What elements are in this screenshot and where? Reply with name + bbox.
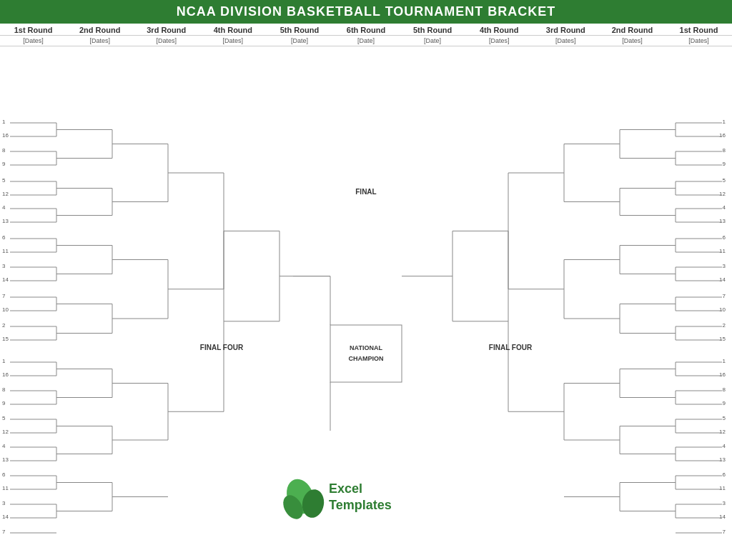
svg-text:6: 6	[723, 471, 726, 478]
svg-text:Excel: Excel	[329, 481, 362, 496]
date-8: [Dates]	[466, 36, 533, 46]
svg-point-282	[282, 475, 319, 517]
svg-text:12: 12	[719, 191, 726, 197]
round-header-6th: 6th Round	[332, 24, 399, 35]
svg-text:1: 1	[723, 358, 726, 364]
svg-text:8: 8	[723, 386, 726, 393]
bracket-area: 1 16 8 9 5 12	[0, 46, 732, 554]
svg-text:9: 9	[2, 400, 6, 406]
date-11: [Dates]	[666, 36, 732, 46]
date-10: [Dates]	[599, 36, 666, 46]
svg-text:12: 12	[2, 429, 9, 435]
svg-point-283	[300, 488, 326, 520]
date-9: [Dates]	[533, 36, 599, 46]
date-6: [Date]	[332, 36, 399, 46]
round-header-1st-left: 1st Round	[0, 24, 66, 35]
date-7: [Date]	[400, 36, 466, 46]
svg-text:5: 5	[723, 177, 726, 184]
svg-text:15: 15	[719, 336, 726, 342]
svg-text:12: 12	[719, 429, 726, 435]
round-header-2nd-left: 2nd Round	[66, 24, 133, 35]
date-1: [Dates]	[0, 36, 66, 46]
svg-text:13: 13	[2, 218, 9, 224]
svg-text:6: 6	[2, 471, 6, 478]
left-seeds-bottom: 1 16 8 9 5 12	[2, 231, 330, 535]
svg-text:4: 4	[723, 443, 726, 449]
svg-text:2: 2	[2, 322, 6, 329]
round-header-4th-left: 4th Round	[199, 24, 266, 35]
svg-text:16: 16	[2, 132, 9, 139]
svg-text:13: 13	[719, 218, 726, 224]
svg-text:13: 13	[719, 456, 726, 463]
left-seeds-top: 1 16 8 9 5 12	[2, 119, 280, 342]
svg-text:15: 15	[2, 336, 9, 342]
svg-text:9: 9	[723, 161, 726, 167]
svg-text:13: 13	[2, 456, 9, 463]
right-seeds-bottom: 1 16 8 9 5 12 4 13	[439, 231, 726, 535]
svg-text:16: 16	[719, 132, 726, 139]
final-label: FINAL	[355, 188, 376, 196]
national-champion-label: NATIONAL	[350, 344, 382, 351]
svg-point-284	[280, 491, 307, 522]
date-5: [Date]	[266, 36, 332, 46]
svg-text:3: 3	[2, 500, 6, 506]
svg-text:9: 9	[2, 161, 6, 167]
svg-text:Templates: Templates	[329, 498, 392, 512]
svg-text:11: 11	[719, 248, 726, 254]
svg-text:3: 3	[2, 263, 6, 269]
final-four-right-label: FINAL FOUR	[489, 344, 533, 351]
svg-text:7: 7	[2, 293, 6, 299]
svg-text:6: 6	[2, 234, 6, 241]
svg-text:8: 8	[2, 147, 6, 154]
svg-text:2: 2	[723, 322, 726, 329]
svg-text:11: 11	[719, 485, 726, 491]
svg-text:10: 10	[2, 306, 9, 313]
svg-text:8: 8	[2, 386, 6, 393]
svg-text:4: 4	[2, 443, 6, 449]
svg-text:11: 11	[2, 485, 9, 491]
svg-text:9: 9	[723, 400, 726, 406]
svg-text:7: 7	[2, 529, 6, 535]
svg-text:12: 12	[2, 191, 9, 197]
header-bar: NCAA DIVISION BASKETBALL TOURNAMENT BRAC…	[0, 0, 732, 46]
round-header-2nd-right: 2nd Round	[599, 24, 666, 35]
tournament-title: NCAA DIVISION BASKETBALL TOURNAMENT BRAC…	[177, 4, 556, 19]
round-header-4th-right: 4th Round	[466, 24, 533, 35]
round-header-5th-left: 5th Round	[266, 24, 332, 35]
svg-text:14: 14	[2, 276, 9, 283]
svg-text:14: 14	[719, 514, 726, 520]
excel-logo-group: Excel Templates	[280, 475, 392, 522]
date-3: [Dates]	[133, 36, 199, 46]
svg-text:16: 16	[719, 371, 726, 378]
svg-text:3: 3	[723, 263, 726, 269]
svg-text:1: 1	[2, 119, 6, 125]
date-4: [Dates]	[199, 36, 266, 46]
svg-text:16: 16	[2, 371, 9, 378]
svg-text:1: 1	[2, 358, 6, 364]
date-2: [Dates]	[66, 36, 133, 46]
final-four-left-label: FINAL FOUR	[200, 344, 244, 351]
svg-text:11: 11	[2, 248, 9, 254]
svg-text:7: 7	[723, 529, 726, 535]
round-header-5th-right: 5th Round	[400, 24, 466, 35]
svg-text:14: 14	[719, 276, 726, 283]
svg-text:6: 6	[723, 234, 726, 241]
svg-text:10: 10	[719, 306, 726, 313]
round-header-1st-right: 1st Round	[666, 24, 732, 35]
svg-text:3: 3	[723, 500, 726, 506]
svg-text:5: 5	[2, 415, 6, 421]
svg-text:8: 8	[723, 147, 726, 154]
svg-text:1: 1	[723, 119, 726, 125]
svg-text:5: 5	[2, 177, 6, 184]
svg-text:14: 14	[2, 514, 9, 520]
round-header-3rd-left: 3rd Round	[133, 24, 199, 35]
champion-box-rect	[330, 325, 402, 382]
bracket-svg: 1 16 8 9 5 12	[0, 46, 732, 539]
svg-text:CHAMPION: CHAMPION	[349, 355, 384, 362]
round-header-3rd-right: 3rd Round	[533, 24, 599, 35]
svg-text:4: 4	[723, 204, 726, 211]
svg-text:4: 4	[2, 204, 6, 211]
svg-text:7: 7	[723, 293, 726, 299]
svg-text:5: 5	[723, 415, 726, 421]
right-seeds-top: 1 16 8 9 5 12 4 13	[452, 119, 726, 342]
